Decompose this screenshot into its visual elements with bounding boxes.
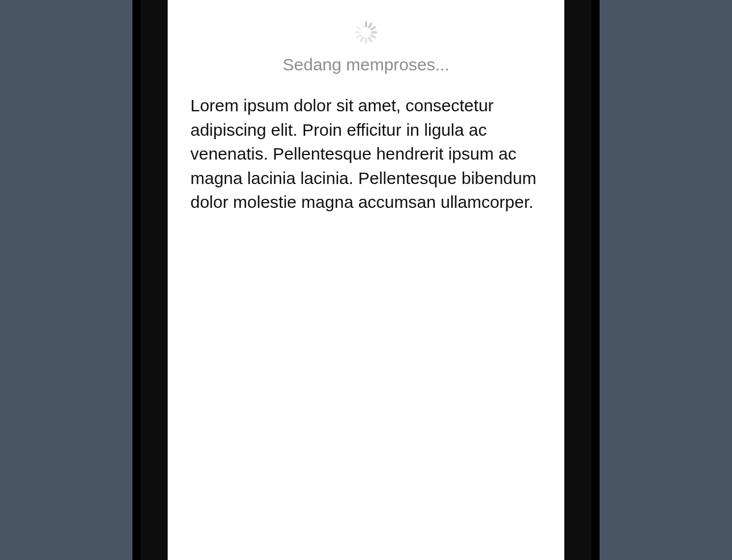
svg-rect-5 xyxy=(368,36,373,43)
svg-rect-1 xyxy=(368,22,373,29)
loading-indicator: Sedang memproses... xyxy=(168,20,564,74)
svg-rect-11 xyxy=(359,22,364,29)
body-paragraph: Lorem ipsum dolor sit amet, consectetur … xyxy=(190,94,542,215)
svg-rect-8 xyxy=(356,34,363,39)
svg-rect-7 xyxy=(359,36,364,43)
phone-frame-inner: Sedang memproses... Lorem ipsum dolor si… xyxy=(140,0,592,560)
svg-rect-9 xyxy=(355,31,361,34)
spinner-icon xyxy=(353,20,379,45)
phone-mockup: Sedang memproses... Lorem ipsum dolor si… xyxy=(132,0,600,560)
app-content: Sedang memproses... Lorem ipsum dolor si… xyxy=(168,0,564,560)
svg-rect-10 xyxy=(356,26,363,31)
svg-rect-0 xyxy=(365,21,367,27)
phone-frame-outer: Sedang memproses... Lorem ipsum dolor si… xyxy=(132,0,600,560)
phone-screen: Sedang memproses... Lorem ipsum dolor si… xyxy=(168,0,564,560)
svg-rect-2 xyxy=(370,26,377,31)
svg-rect-3 xyxy=(371,31,377,34)
loading-text: Sedang memproses... xyxy=(282,55,449,74)
svg-rect-4 xyxy=(370,34,377,39)
svg-rect-6 xyxy=(365,37,367,44)
